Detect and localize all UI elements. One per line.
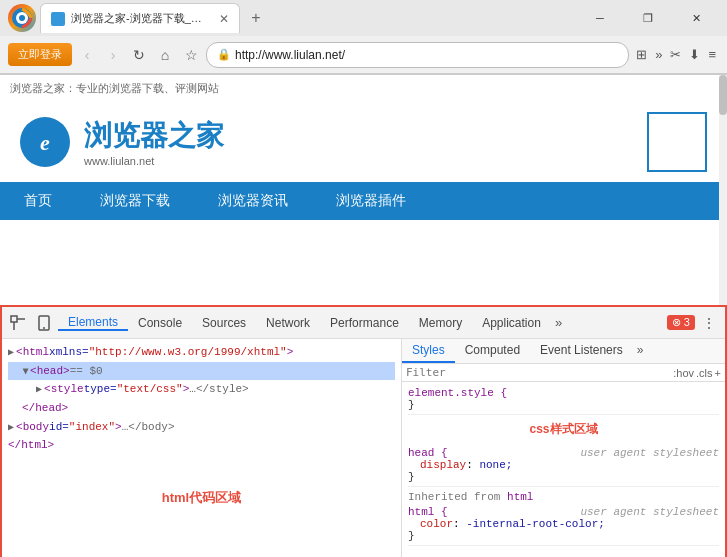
nav-item-download[interactable]: 浏览器下载 [76, 182, 194, 220]
colon2: : [453, 518, 466, 530]
error-badge[interactable]: ⊗ 3 [667, 315, 695, 330]
subtab-event-listeners[interactable]: Event Listeners [530, 339, 633, 363]
styles-content: element.style { } css样式区域 head { user ag… [402, 382, 725, 557]
html-line-style[interactable]: ▶ <style type="text/css">…</style> [8, 380, 395, 399]
subtab-more[interactable]: » [633, 339, 648, 363]
svg-text:e: e [40, 130, 50, 155]
refresh-button[interactable]: ↻ [128, 44, 150, 66]
body-id-attr: id= [49, 418, 69, 437]
address-actions: ⊞ » ✂ ⬇ ≡ [633, 45, 719, 64]
nav-item-home[interactable]: 首页 [0, 182, 76, 220]
style-ellipsis: …</style> [189, 380, 248, 399]
active-tab[interactable]: 浏览器之家-浏览器下载_浏览器... ✕ [40, 3, 240, 33]
login-button[interactable]: 立即登录 [8, 43, 72, 66]
css-rule-element-style: element.style { } [408, 384, 719, 415]
css-val-none: none; [479, 459, 512, 471]
windows-icon[interactable]: ⊞ [633, 45, 650, 64]
back-button[interactable]: ‹ [76, 44, 98, 66]
css-close-brace-head: } [408, 471, 415, 483]
devtools-tabs: Elements Console Sources Network Perform… [58, 315, 661, 331]
more-icon[interactable]: » [652, 45, 665, 64]
style-bracket: > [183, 380, 190, 399]
body-triangle[interactable]: ▶ [8, 419, 14, 436]
html-attr-val: "http://www.w3.org/1999/xhtml" [89, 343, 287, 362]
css-rule-html: html { user agent stylesheet color: -int… [408, 503, 719, 546]
html-line-head[interactable]: ▶ <head> == $0 [8, 362, 395, 381]
decorative-box [647, 112, 707, 172]
subtab-styles[interactable]: Styles [402, 339, 455, 363]
mobile-view-icon[interactable] [32, 311, 56, 335]
colon: : [466, 459, 479, 471]
bookmark-button[interactable]: ☆ [180, 44, 202, 66]
styles-subtabs: Styles Computed Event Listeners » [402, 339, 725, 364]
site-title: 浏览器之家 [84, 117, 224, 155]
css-display-line: display: none; [408, 459, 719, 471]
site-title-wrap: 浏览器之家 www.liulan.net [84, 117, 224, 167]
head-tag: <head> [30, 362, 70, 381]
css-rule-head: head { user agent stylesheet display: no… [408, 444, 719, 487]
html-line-1[interactable]: ▶ <html xmlns="http://www.w3.org/1999/xh… [8, 343, 395, 362]
devtools-panel: Elements Console Sources Network Perform… [0, 305, 727, 557]
filter-input[interactable] [406, 366, 669, 379]
style-triangle[interactable]: ▶ [36, 381, 42, 398]
elements-code: ▶ <html xmlns="http://www.w3.org/1999/xh… [2, 339, 401, 459]
devtools-more-tabs[interactable]: » [551, 315, 566, 331]
breadcrumb: 浏览器之家：专业的浏览器下载、评测网站 [0, 75, 727, 102]
menu-icon[interactable]: ≡ [705, 45, 719, 64]
inherited-tag-html: html [507, 491, 533, 503]
html-annotation: html代码区域 [2, 489, 401, 507]
css-close-brace-html: } [408, 530, 415, 542]
html-line-head-close[interactable]: </head> [8, 399, 395, 418]
html-close-tag: </html> [8, 436, 54, 455]
html-line-body[interactable]: ▶ <body id="index">…</body> [8, 418, 395, 437]
collapse-triangle[interactable]: ▶ [8, 344, 14, 361]
tab-elements[interactable]: Elements [58, 315, 128, 331]
style-attr-val: "text/css" [117, 380, 183, 399]
tab-close-btn[interactable]: ✕ [219, 12, 229, 26]
tab-memory[interactable]: Memory [409, 315, 472, 331]
tab-application[interactable]: Application [472, 315, 551, 331]
body-bracket: > [115, 418, 122, 437]
home-button[interactable]: ⌂ [154, 44, 176, 66]
filter-row: :hov .cls + [402, 364, 725, 382]
site-header: e 浏览器之家 www.liulan.net [0, 102, 727, 182]
secure-icon: 🔒 [217, 48, 231, 61]
scrollbar-thumb[interactable] [719, 75, 727, 115]
devtools-main: ▶ <html xmlns="http://www.w3.org/1999/xh… [2, 339, 725, 557]
add-rule-button[interactable]: + [715, 367, 721, 379]
download-icon[interactable]: ⬇ [686, 45, 703, 64]
nav-item-news[interactable]: 浏览器资讯 [194, 182, 312, 220]
address-text: http://www.liulan.net/ [235, 48, 618, 62]
new-tab-button[interactable]: + [244, 6, 268, 30]
browser-logo [8, 4, 36, 32]
filter-buttons: :hov .cls + [673, 367, 721, 379]
tab-sources[interactable]: Sources [192, 315, 256, 331]
hov-button[interactable]: :hov [673, 367, 694, 379]
forward-button[interactable]: › [102, 44, 124, 66]
address-input-wrap[interactable]: 🔒 http://www.liulan.net/ [206, 42, 629, 68]
minimize-button[interactable]: ─ [577, 3, 623, 33]
css-close-brace: } [408, 399, 415, 411]
html-line-html-close[interactable]: </html> [8, 436, 395, 455]
tools-icon[interactable]: ✂ [667, 45, 684, 64]
body-tag: <body [16, 418, 49, 437]
restore-button[interactable]: ❐ [625, 3, 671, 33]
tab-console[interactable]: Console [128, 315, 192, 331]
inspect-element-icon[interactable] [6, 311, 30, 335]
html-close-bracket: > [287, 343, 294, 362]
nav-item-plugins[interactable]: 浏览器插件 [312, 182, 430, 220]
tab-network[interactable]: Network [256, 315, 320, 331]
head-close-tag: </head> [22, 399, 68, 418]
subtab-computed[interactable]: Computed [455, 339, 530, 363]
scrollbar[interactable] [719, 75, 727, 305]
tab-performance[interactable]: Performance [320, 315, 409, 331]
devtools-menu-icon[interactable]: ⋮ [697, 311, 721, 335]
head-triangle[interactable]: ▶ [17, 368, 34, 374]
cls-button[interactable]: .cls [696, 367, 713, 379]
css-color-line: color: -internal-root-color; [408, 518, 719, 530]
close-button[interactable]: ✕ [673, 3, 719, 33]
html-tag: <html [16, 343, 49, 362]
styles-panel: Styles Computed Event Listeners » :hov .… [402, 339, 725, 557]
page-content: 浏览器之家：专业的浏览器下载、评测网站 e 浏览器之家 www.liulan.n… [0, 75, 727, 305]
body-ellipsis: …</body> [122, 418, 175, 437]
